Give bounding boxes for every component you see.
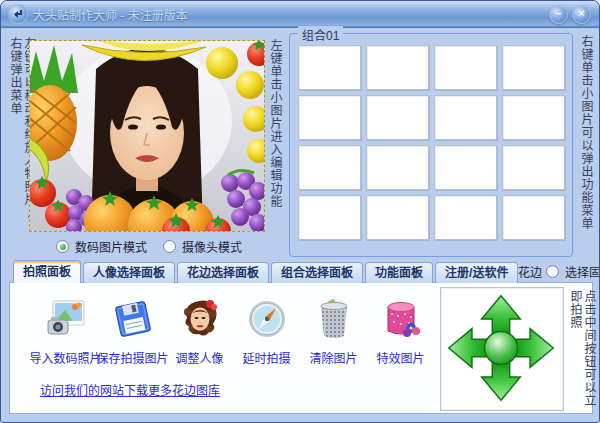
thumbnail-cell[interactable] bbox=[502, 95, 565, 140]
window-title: 大头贴制作大师 - 未注册版本 bbox=[33, 6, 549, 23]
thumbnail-cell[interactable] bbox=[366, 145, 429, 190]
radio-label: 数码图片模式 bbox=[75, 238, 147, 255]
thumbnail-cell[interactable] bbox=[434, 195, 497, 240]
photo-preview[interactable] bbox=[29, 40, 265, 232]
tab-register-panel[interactable]: 注册/送软件 bbox=[435, 262, 518, 283]
app-menu-icon[interactable] bbox=[8, 4, 28, 24]
dpad-up-arrow bbox=[482, 296, 521, 335]
thumbnail-cell[interactable] bbox=[434, 95, 497, 140]
import-photos-icon bbox=[44, 297, 88, 341]
thumbnail-cell[interactable] bbox=[502, 145, 565, 190]
save-image-button[interactable]: 保存拍摄图片 bbox=[99, 297, 166, 366]
toolbar-label: 特效图片 bbox=[376, 349, 424, 366]
clear-images-icon bbox=[312, 297, 356, 341]
thumbnail-grid bbox=[298, 45, 565, 240]
import-photos-button[interactable]: 导入数码照片 bbox=[32, 297, 99, 366]
adjust-portrait-button[interactable]: 调整人像 bbox=[166, 297, 233, 366]
toolbar-label: 导入数码照片 bbox=[30, 349, 102, 366]
combo-groupbox: 组合01 bbox=[289, 33, 573, 257]
thumbnail-cell[interactable] bbox=[434, 145, 497, 190]
save-image-icon bbox=[111, 297, 155, 341]
dpad-control bbox=[440, 287, 564, 411]
radio-dot[interactable] bbox=[546, 265, 559, 278]
portrait-with-fruit-frame bbox=[30, 41, 264, 231]
radio-camera-mode[interactable]: 摄像头模式 bbox=[163, 238, 242, 255]
dpad-capture-button bbox=[485, 332, 518, 365]
titlebar: 大头贴制作大师 - 未注册版本 – × bbox=[1, 1, 599, 28]
radio-dot[interactable] bbox=[56, 240, 69, 253]
thumbnail-cell[interactable] bbox=[366, 45, 429, 90]
thumbnail-cell[interactable] bbox=[366, 195, 429, 240]
minimize-button[interactable]: – bbox=[549, 5, 568, 24]
tab-border-select-panel[interactable]: 花边选择面板 bbox=[177, 262, 269, 283]
photo-panel-content: 导入数码照片 bbox=[9, 282, 593, 414]
radio-label: 选择固定花边 bbox=[565, 263, 600, 280]
toolbar: 导入数码照片 bbox=[32, 297, 434, 366]
thumbnail-cell[interactable] bbox=[298, 95, 361, 140]
dpad-hint-text: 点击中间按钮可以立即拍照 bbox=[568, 290, 596, 408]
radio-digital-photo-mode[interactable]: 数码图片模式 bbox=[56, 238, 147, 255]
toolbar-label: 保存拍摄图片 bbox=[97, 349, 169, 366]
panel-tabbar: 拍照面板 人像选择面板 花边选择面板 组合选择面板 功能面板 注册/送软件 bbox=[13, 261, 520, 283]
toolbar-label: 延时拍摄 bbox=[242, 349, 290, 366]
download-borders-link[interactable]: 访问我们的网站下载更多花边图库 bbox=[40, 381, 220, 398]
radio-dot[interactable] bbox=[163, 240, 176, 253]
app-window: 大头贴制作大师 - 未注册版本 – × 左键可以移动和缩放人物照片,右键弹出菜单… bbox=[0, 0, 600, 423]
groupbox-title: 组合01 bbox=[298, 26, 343, 43]
radio-fixed-border[interactable]: 选择固定花边 bbox=[546, 263, 600, 280]
close-button[interactable]: × bbox=[572, 5, 591, 24]
adjust-portrait-icon bbox=[178, 297, 222, 341]
radio-label: 摄像头模式 bbox=[182, 238, 242, 255]
timer-capture-icon bbox=[245, 297, 289, 341]
tab-portrait-select-panel[interactable]: 人像选择面板 bbox=[83, 262, 175, 283]
thumbnail-cell[interactable] bbox=[298, 145, 361, 190]
arrow-glyph bbox=[12, 8, 24, 20]
tab-photo-panel[interactable]: 拍照面板 bbox=[13, 260, 81, 283]
toolbar-label: 清除图片 bbox=[309, 349, 357, 366]
right-hint-text: 右键单击小图片可以弹出功能菜单 bbox=[579, 35, 593, 235]
thumbnail-cell[interactable] bbox=[366, 95, 429, 140]
effects-image-icon bbox=[379, 297, 423, 341]
timer-capture-button[interactable]: 延时拍摄 bbox=[233, 297, 300, 366]
tab-function-panel[interactable]: 功能面板 bbox=[365, 262, 433, 283]
tab-combo-select-panel[interactable]: 组合选择面板 bbox=[271, 262, 363, 283]
thumbnail-cell[interactable] bbox=[502, 195, 565, 240]
middle-hint-text: 左键单击小图片进入编辑功能 bbox=[268, 39, 282, 229]
clear-images-button[interactable]: 清除图片 bbox=[300, 297, 367, 366]
dpad-down-arrow bbox=[482, 362, 521, 401]
dpad-left-arrow bbox=[449, 329, 488, 368]
thumbnail-cell[interactable] bbox=[298, 45, 361, 90]
dpad-right-arrow bbox=[515, 329, 554, 368]
thumbnail-cell[interactable] bbox=[434, 45, 497, 90]
effects-image-button[interactable]: 特效图片 bbox=[367, 297, 434, 366]
thumbnail-cell[interactable] bbox=[502, 45, 565, 90]
thumbnail-cell[interactable] bbox=[298, 195, 361, 240]
toolbar-label: 调整人像 bbox=[175, 349, 223, 366]
